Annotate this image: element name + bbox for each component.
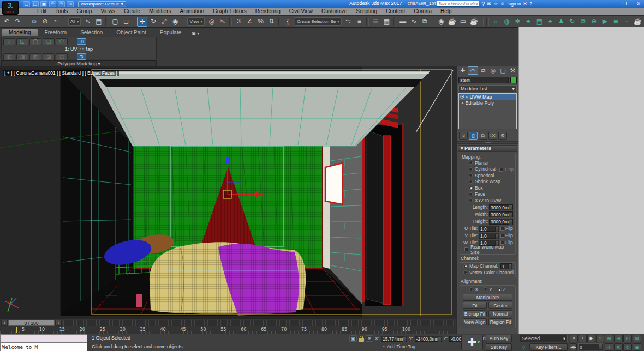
mapping-radio[interactable]: Face bbox=[461, 191, 514, 198]
center-button[interactable]: Center bbox=[488, 302, 512, 309]
bind-to-spacewarp-icon[interactable]: ≈ bbox=[51, 17, 61, 27]
axis-radio[interactable]: Y bbox=[484, 286, 492, 293]
zoom-all-icon[interactable]: ⊞ bbox=[614, 335, 623, 342]
corona-converter-icon[interactable]: ↻ bbox=[567, 17, 577, 27]
scene-3d[interactable] bbox=[0, 66, 456, 319]
zoom-extents-icon[interactable]: ⊡ bbox=[623, 335, 632, 342]
dimension-spinner[interactable]: 3000,0m bbox=[489, 211, 513, 217]
preview-polygon-icon[interactable]: ◪ bbox=[43, 53, 55, 60]
mapping-radio[interactable]: XYZ to UVW bbox=[461, 197, 514, 204]
tile-spinner[interactable]: 1,0 bbox=[479, 240, 499, 246]
zoom-extents-all-icon[interactable]: ⊠ bbox=[633, 335, 641, 342]
remove-modifier-icon[interactable]: ⌫ bbox=[488, 132, 497, 140]
corona-scatter-icon[interactable]: ✻ bbox=[512, 17, 523, 27]
favorites-star-icon[interactable]: ☆ bbox=[493, 0, 498, 8]
menu-item[interactable]: Corona bbox=[409, 8, 436, 15]
menu-item[interactable]: Content bbox=[381, 8, 409, 15]
align-icon[interactable]: ≡ bbox=[354, 17, 365, 27]
ribbon-tab[interactable]: Freeform bbox=[38, 29, 74, 36]
corona-region-icon[interactable]: ▫ bbox=[622, 17, 632, 27]
help-icon[interactable]: ? bbox=[529, 0, 532, 8]
play-button[interactable]: ▶ bbox=[587, 335, 595, 342]
redo-icon[interactable]: ↷ bbox=[13, 17, 23, 27]
y-coordinate-field[interactable]: -2400,0mm bbox=[415, 336, 442, 342]
next-frame-arrow[interactable]: › bbox=[55, 320, 62, 326]
tab-modify[interactable]: ◠ bbox=[468, 66, 478, 75]
corona-material-icon[interactable]: ◍ bbox=[502, 17, 512, 27]
window-crossing-icon[interactable]: ◻ bbox=[121, 17, 131, 27]
menu-item[interactable]: Modifiers bbox=[145, 8, 176, 15]
corona-camera-icon[interactable]: ◙ bbox=[611, 17, 621, 27]
new-scene-icon[interactable]: ▢ bbox=[23, 1, 30, 7]
add-time-tag[interactable]: ◔ Add Time Tag bbox=[382, 344, 415, 349]
tab-display[interactable]: ▢ bbox=[498, 66, 508, 75]
toggle-layer-explorer-icon[interactable]: ▦ bbox=[381, 17, 392, 27]
preview-edge-icon[interactable]: ◨ bbox=[16, 53, 28, 60]
mapping-radio[interactable]: Spherical bbox=[461, 172, 514, 179]
set-key-button[interactable]: Set Key bbox=[486, 343, 512, 351]
preview-off-icon[interactable]: ◫ bbox=[56, 53, 68, 60]
undo-icon[interactable]: ↶ bbox=[2, 17, 12, 27]
stack-row-editable-poly[interactable]: ▸ Editable Poly bbox=[459, 100, 516, 106]
sign-in-button[interactable]: Sign In bbox=[507, 2, 521, 7]
ribbon-tab[interactable]: Populate bbox=[153, 29, 188, 36]
vertex-subobject-icon[interactable]: ∴ bbox=[3, 38, 15, 45]
tab-motion[interactable]: ◎ bbox=[488, 66, 498, 75]
rendered-frame-window-icon[interactable]: ▭ bbox=[458, 17, 468, 27]
zoom-icon[interactable]: ⊕ bbox=[605, 335, 613, 342]
preview-border-icon[interactable]: ◩ bbox=[29, 53, 41, 60]
modifier-list-dropdown[interactable]: Modifier List ▾ bbox=[458, 85, 517, 92]
menu-item[interactable]: Edit bbox=[33, 8, 51, 15]
search-go-icon[interactable]: ⚲ bbox=[481, 0, 485, 8]
maximize-viewport-icon[interactable]: ▣ bbox=[633, 343, 641, 351]
material-editor-icon[interactable]: ◉ bbox=[436, 17, 446, 27]
field-of-view-icon[interactable]: ∢ bbox=[614, 343, 623, 351]
viewport-label[interactable]: [ + ] [ CoronaCamera001 ] [ Standard ] [… bbox=[3, 70, 119, 76]
tab-hierarchy[interactable]: ⧉ bbox=[479, 66, 488, 75]
isolate-selection-icon[interactable]: ▣ bbox=[349, 335, 357, 342]
x-coordinate-field[interactable]: 15,774mm bbox=[381, 336, 407, 342]
key-filters-button[interactable]: Key Filters... bbox=[529, 343, 568, 351]
unlink-selection-icon[interactable]: ⊘ bbox=[40, 17, 50, 27]
snaps-toggle-icon[interactable]: 3 bbox=[234, 17, 244, 27]
previous-frame-arrow[interactable]: ‹ bbox=[1, 320, 8, 326]
select-and-place-icon[interactable]: ◉ bbox=[170, 17, 180, 27]
camera-viewport[interactable]: [ + ] [ CoronaCamera001 ] [ Standard ] [… bbox=[0, 66, 456, 319]
mapping-radio[interactable]: Box bbox=[461, 185, 514, 191]
3ds-max-logo-icon[interactable]: 3. MAX bbox=[2, 1, 19, 15]
collapse-stack-icon[interactable]: ⇅ bbox=[77, 53, 86, 60]
ribbon-tab[interactable]: Object Paint bbox=[110, 29, 152, 36]
named-selection-set-dropdown[interactable]: Create Selection Se▾ bbox=[295, 17, 342, 26]
keyable-filter-icon[interactable]: ◇ bbox=[520, 343, 527, 350]
tile-spinner[interactable]: 1,0 bbox=[479, 226, 499, 232]
close-button[interactable]: ✕ bbox=[636, 1, 641, 7]
menu-item[interactable]: Animation bbox=[175, 8, 208, 15]
menu-item[interactable]: Create bbox=[120, 8, 145, 15]
exchange-apps-icon[interactable]: ✕ bbox=[523, 0, 527, 8]
select-and-scale-icon[interactable]: ⤢ bbox=[159, 17, 169, 27]
signin-user-icon[interactable]: ☺ bbox=[500, 0, 505, 8]
corona-proxy-tree-icon[interactable]: ♠ bbox=[545, 17, 556, 27]
pin-stack-ribbon-icon[interactable]: ◫ bbox=[77, 38, 86, 45]
corona-layers-icon[interactable]: ⧉ bbox=[578, 17, 588, 27]
go-to-start-button[interactable]: « bbox=[570, 335, 578, 342]
menu-item[interactable]: Help bbox=[436, 8, 456, 15]
pan-icon[interactable]: ✛ bbox=[605, 343, 613, 351]
selection-set-keys-dropdown[interactable]: Selected▾ bbox=[520, 335, 568, 342]
dimension-spinner[interactable]: 3000,0m bbox=[489, 204, 513, 210]
scene-picture-frame[interactable] bbox=[325, 163, 343, 204]
corona-trees-icon[interactable]: ♣ bbox=[523, 17, 534, 27]
corona-render-teapot-icon[interactable]: ☕ bbox=[633, 17, 643, 27]
polygon-subobject-icon[interactable]: ▢ bbox=[43, 38, 55, 45]
stack-row-uvw-map[interactable]: ⦿ ▸ UVW Map bbox=[459, 94, 516, 100]
normal-align-button[interactable]: Normal Align bbox=[488, 310, 512, 317]
manipulate-button[interactable]: Manipulate bbox=[463, 294, 512, 301]
project-folder-icon[interactable]: ⊞ bbox=[67, 1, 74, 7]
communication-center-icon[interactable]: ✉ bbox=[487, 0, 492, 8]
rectangular-selection-region-icon[interactable]: ▢ bbox=[110, 17, 120, 27]
vertex-color-radio[interactable]: Vertex Color Channel bbox=[461, 269, 514, 276]
maxscript-listener-line[interactable]: Welcome to M bbox=[0, 343, 87, 351]
spinner-snap-icon[interactable]: ⇅ bbox=[266, 17, 277, 27]
preview-vertex-icon[interactable]: ◧ bbox=[3, 53, 15, 60]
tab-utilities[interactable]: ⚒ bbox=[508, 66, 517, 75]
